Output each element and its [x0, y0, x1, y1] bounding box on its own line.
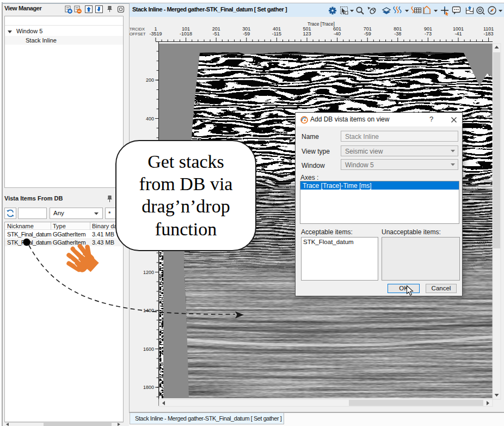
- svg-text:-3519: -3519: [149, 31, 162, 36]
- svg-text:-40: -40: [334, 31, 341, 36]
- svg-text:-73: -73: [425, 31, 432, 36]
- svg-text:123: 123: [303, 31, 311, 36]
- svg-text:1800: 1800: [143, 385, 154, 390]
- svg-text:1400: 1400: [143, 308, 154, 313]
- svg-text:1200: 1200: [143, 270, 154, 275]
- svg-text:OFFSET: OFFSET: [130, 32, 146, 36]
- svg-text:-1018: -1018: [180, 31, 192, 36]
- svg-text:-59: -59: [364, 31, 371, 36]
- svg-text:-51: -51: [213, 31, 220, 36]
- svg-text:-115: -115: [272, 31, 281, 36]
- svg-text:Trace [Trace]: Trace [Trace]: [308, 21, 335, 27]
- svg-text:1600: 1600: [143, 346, 154, 352]
- svg-text:-59: -59: [243, 31, 250, 36]
- svg-text:400: 400: [146, 116, 154, 121]
- svg-text:200: 200: [146, 77, 154, 83]
- svg-text:-41: -41: [454, 31, 462, 36]
- svg-text:-38: -38: [394, 31, 401, 36]
- svg-text:TRCIDX: TRCIDX: [130, 27, 145, 32]
- svg-text:-183: -183: [484, 31, 494, 36]
